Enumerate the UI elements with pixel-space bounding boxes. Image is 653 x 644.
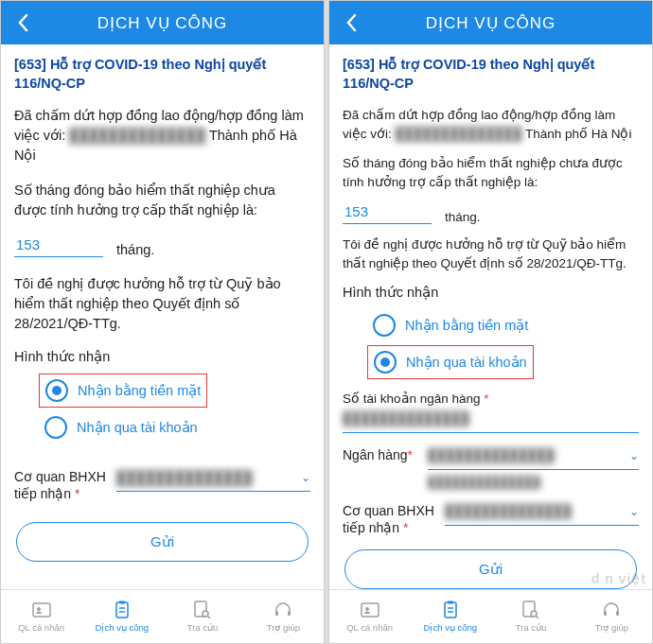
tab-services[interactable]: Dịch vụ công [81, 590, 162, 643]
clipboard-icon [441, 600, 460, 619]
svg-rect-14 [448, 601, 453, 604]
receive-method-label: Hình thức nhận [343, 285, 639, 300]
svg-rect-9 [275, 611, 278, 616]
tab-help[interactable]: Trợ giúp [243, 590, 324, 643]
agency-field[interactable]: Cơ quan BHXHtiếp nhận * ██████████████⌄ [14, 468, 310, 502]
screen-left: DỊCH VỤ CÔNG [653] Hỗ trợ COVID-19 theo … [0, 0, 325, 644]
svg-rect-13 [445, 602, 456, 618]
svg-rect-10 [288, 611, 291, 616]
form-body: [653] Hỗ trợ COVID-19 theo Nghị quyết 11… [1, 44, 324, 589]
svg-rect-20 [604, 611, 607, 616]
search-doc-icon [521, 600, 540, 619]
chevron-down-icon: ⌄ [301, 471, 310, 484]
para-request: Tôi đề nghị được hưởng hỗ trợ từ Quỹ bảo… [14, 274, 310, 334]
redacted-text: ██████████████ [428, 448, 555, 462]
months-unit: tháng. [445, 210, 481, 224]
receive-method-label: Hình thức nhận [14, 349, 310, 364]
header-title: DỊCH VỤ CÔNG [97, 13, 228, 33]
account-field[interactable]: Số tài khoản ngân hàng * ██████████████ [343, 391, 639, 433]
para-contract: Đã chấm dứt hợp đồng lao động/hợp đồng l… [14, 106, 310, 165]
tab-profile[interactable]: QL cá nhân [1, 590, 81, 643]
screen-right: DỊCH VỤ CÔNG [653] Hỗ trợ COVID-19 theo … [328, 0, 653, 644]
radio-icon [44, 416, 67, 439]
back-button[interactable] [9, 1, 37, 44]
redacted-text: ██████████████ [396, 127, 522, 141]
svg-line-8 [207, 616, 210, 618]
months-input[interactable] [343, 202, 432, 224]
chevron-down-icon: ⌄ [629, 505, 639, 518]
chevron-down-icon: ⌄ [629, 449, 639, 462]
clipboard-icon [113, 600, 132, 619]
para-contract: Đã chấm dứt hợp đồng lao động/hợp đồng l… [343, 106, 639, 143]
option-bank[interactable]: Nhận qua tài khoản [367, 345, 534, 379]
app-header: DỊCH VỤ CÔNG [1, 1, 324, 44]
svg-point-1 [37, 607, 41, 611]
headset-icon [602, 600, 621, 619]
tab-profile[interactable]: QL cá nhân [329, 590, 410, 643]
agency-field[interactable]: Cơ quan BHXHtiếp nhận * ██████████████⌄ [343, 502, 639, 536]
option-bank[interactable]: Nhận qua tài khoản [39, 411, 203, 444]
months-unit: tháng. [116, 242, 154, 257]
tab-lookup[interactable]: Tra cứu [491, 590, 572, 643]
id-card-icon [32, 600, 51, 619]
para-request: Tôi đề nghị được hưởng hỗ trợ từ Quỹ bảo… [343, 235, 639, 272]
headset-icon [274, 600, 292, 619]
submit-button[interactable]: Gửi [16, 522, 309, 562]
svg-rect-11 [362, 603, 379, 617]
form-body: [653] Hỗ trợ COVID-19 theo Nghị quyết 11… [329, 44, 652, 589]
svg-rect-21 [616, 611, 619, 616]
tab-lookup[interactable]: Tra cứu [163, 590, 243, 643]
redacted-text: ██████████████ [445, 504, 572, 518]
id-card-icon [361, 600, 379, 619]
page-title: [653] Hỗ trợ COVID-19 theo Nghị quyết 11… [14, 56, 310, 93]
radio-icon [374, 351, 397, 374]
redacted-text: ██████████████ [69, 128, 205, 143]
header-title: DỊCH VỤ CÔNG [426, 13, 556, 33]
svg-rect-3 [119, 601, 125, 604]
para-months: Số tháng đóng bảo hiểm thất nghiệp chưa … [343, 154, 639, 191]
redacted-text: ██████████████ [343, 411, 469, 426]
option-cash[interactable]: Nhận bằng tiền mặt [367, 309, 534, 341]
app-header: DỊCH VỤ CÔNG [329, 1, 652, 44]
para-months: Số tháng đóng bảo hiểm thất nghiệp chưa … [14, 181, 310, 220]
page-title: [653] Hỗ trợ COVID-19 theo Nghị quyết 11… [343, 56, 639, 93]
bottom-tabbar: QL cá nhân Dịch vụ công Tra cứu Trợ giúp [1, 589, 324, 643]
option-cash[interactable]: Nhận bằng tiền mặt [39, 374, 207, 408]
search-doc-icon [193, 600, 212, 619]
bottom-tabbar: QL cá nhân Dịch vụ công Tra cứu Trợ giúp [329, 589, 652, 643]
svg-point-12 [365, 607, 369, 611]
tab-help[interactable]: Trợ giúp [572, 590, 652, 643]
redacted-text: ██████████████ [428, 476, 639, 489]
radio-icon [45, 379, 68, 402]
tab-services[interactable]: Dịch vụ công [410, 590, 490, 643]
svg-rect-2 [116, 602, 128, 618]
svg-rect-0 [33, 603, 50, 617]
svg-line-19 [536, 616, 538, 618]
redacted-text: ██████████████ [116, 470, 253, 485]
back-button[interactable] [337, 1, 365, 44]
watermark: d n việt [591, 571, 646, 586]
bank-field[interactable]: Ngân hàng* ██████████████⌄ █████████████… [343, 446, 639, 489]
radio-icon [373, 314, 396, 337]
months-input[interactable] [14, 235, 103, 257]
